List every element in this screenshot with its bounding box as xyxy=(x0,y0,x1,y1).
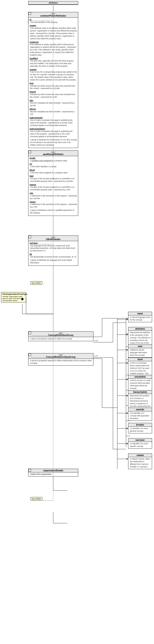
concept-definition-group-box: «grp» ConceptDefinitionGroup A group of … xyxy=(28,331,93,341)
common-power-fields: id The local identifier of the property.… xyxy=(28,18,78,148)
field-qcode: qcode A qualified code assigned as a pro… xyxy=(30,157,77,162)
definition-field-title: definition xyxy=(135,328,145,330)
concept-definition-header: «grp» ConceptDefinitionGroup xyxy=(28,332,93,337)
expand-concept-rel[interactable]: - xyxy=(28,354,31,356)
common-power-attributes-box: «grp» commonPowerAttributes id The local… xyxy=(28,12,78,148)
note-field-header: note xyxy=(128,345,152,348)
related-header: related xyxy=(128,454,152,457)
common-power-attributes-header: «grp» commonPowerAttributes xyxy=(28,12,78,18)
common-power-title: commonPowerAttributes xyxy=(40,14,66,17)
concept-rel-header: «grp» ConceptRelationshipsGroup xyxy=(28,354,93,359)
concept-def-desc: A group of properties required to define… xyxy=(28,337,93,341)
concept-def-title: ConceptDefinitionGroup xyxy=(48,334,74,336)
i18n-fields: xml:lang The language of this element's … xyxy=(28,241,78,266)
concept-rel-desc: A group of properties required to define… xyxy=(28,359,93,366)
narrower-field-box: narrower An identifier of a more specifi… xyxy=(128,438,152,449)
field-pubconstrainturi: pubconstrainturi One or many constraints… xyxy=(30,128,77,138)
i18n-attributes-box: «grp» i18nAttributes xml:lang The langua… xyxy=(28,236,78,266)
field-howuri: howuri Indicates by which means the valu… xyxy=(30,90,77,98)
multiplicity-concept-rel: 0..R xyxy=(94,355,98,357)
i18n-attributes-header: «grp» i18nAttributes xyxy=(28,236,78,241)
any-other-text-bottom: any #other xyxy=(32,498,41,500)
i18n-title: i18nAttributes xyxy=(46,238,60,240)
field-role: role A refinement of the semantics of th… xyxy=(30,192,77,200)
expand-qualifying[interactable]: - xyxy=(28,151,31,153)
concept-def-desc-text: A group of properties required to define… xyxy=(30,338,92,340)
same-as-desc: The identifier of a concept with equival… xyxy=(128,412,152,420)
related-title: related xyxy=(137,454,144,456)
note-field-title: note xyxy=(138,345,142,348)
name-field-header: name xyxy=(128,312,152,316)
field-how: how Indicates by which means the value w… xyxy=(30,82,77,90)
org-details-header: organisationDetails xyxy=(28,469,78,472)
name-field-desc-text: A natural language name for the concept. xyxy=(130,316,151,321)
concept-rel-desc-text: A group of properties required to define… xyxy=(30,360,92,365)
field-xmllang: xml:lang The language of this element's … xyxy=(30,242,77,252)
related-field-box: related A related concept, where the rel… xyxy=(128,454,152,469)
org-details-desc-text: Details of the organisation xyxy=(30,473,77,476)
flex-organisation-prop-type-box: FlexOrganisationPropType Flexible organi… xyxy=(1,292,26,302)
field-desc-end-i18n: A group of attributes for language and s… xyxy=(30,259,77,264)
broader-header: broader xyxy=(128,423,152,427)
definition-field-header: definition xyxy=(128,327,152,331)
same-as-field-box: sameAs The identifier of a concept with … xyxy=(128,408,152,421)
field-creator: creator If the attribute value is not de… xyxy=(30,24,77,40)
qualifying-fields: qcode A qualified code assigned as a pro… xyxy=(28,156,78,216)
common-power-stereotype: «grp» xyxy=(29,13,77,14)
related-desc: A related concept, where the relationshi… xyxy=(128,457,152,469)
name-field-title: name xyxy=(137,312,143,315)
expand-org-details[interactable]: - xyxy=(28,469,31,472)
concept-def-stereotype: «grp» xyxy=(29,332,92,334)
narrower-desc: An identifier of a more specific concept… xyxy=(128,442,152,448)
same-as-desc-text: The identifier of a concept with equival… xyxy=(130,412,151,420)
related-desc-text: A related concept, where the relationshi… xyxy=(130,458,151,468)
note-field-desc: Additional natural language information … xyxy=(128,348,152,357)
flex-org-desc: Flexible organisation data type for both… xyxy=(2,296,25,302)
field-roleuri: roleuri A refinement of the semantics of… xyxy=(30,200,77,208)
title-text: attributes xyxy=(49,2,58,4)
narrower-title: narrower xyxy=(136,439,145,441)
field-custom: custom If set to true the corresponding … xyxy=(30,68,77,81)
broader-title: broader xyxy=(136,424,144,426)
flex-org-title: FlexOrganisationPropType xyxy=(2,293,25,295)
field-literal: literal A free-text value assigned as a … xyxy=(30,169,77,174)
concept-relationships-group-box: «grp» ConceptRelationshipsGroup A group … xyxy=(28,353,93,366)
field-pubconstraint: pubconstraint One or many constraints th… xyxy=(30,116,77,127)
title-box: attributes xyxy=(28,1,78,5)
broader-desc: An identifier of a more general concept. xyxy=(128,427,152,433)
narrower-header: narrower xyxy=(128,438,152,442)
qualifying-attributes-box: «grp» qualifyingAttributes qcode A quali… xyxy=(28,150,78,216)
expand-concept-def[interactable]: - xyxy=(28,332,31,334)
concept-rel-title: ConceptRelationshipsGroup xyxy=(46,356,76,358)
remote-info-title: remoteInfo xyxy=(135,376,146,378)
field-type: type The type of the concept assigned as… xyxy=(30,175,77,182)
field-uri: uri A URI which identifies a concept. xyxy=(30,163,77,168)
field-creatoruri: creatoruri If the attribute is empty, sp… xyxy=(30,41,77,56)
diagram-container: attributes «grp» commonPowerAttributes i… xyxy=(0,0,154,644)
qualifying-stereotype: «grp» xyxy=(29,151,77,153)
qualifying-attributes-header: «grp» qualifyingAttributes xyxy=(28,151,78,156)
any-other-label-i18n: any #other xyxy=(30,281,42,285)
broader-field-box: broader An identifier of a more general … xyxy=(128,423,152,434)
field-whyuri: whyuri Why the metadata has been include… xyxy=(30,108,77,116)
hierarchy-info-title: hierarchyInfo xyxy=(133,391,147,393)
remote-info-desc-text: A link to an item or a web resource whic… xyxy=(130,379,151,390)
facet-field-title: facet xyxy=(138,358,143,360)
remote-info-desc: A link to an item or a web resource whic… xyxy=(128,379,152,390)
concept-rel-stereotype: «grp» xyxy=(29,354,92,356)
note-field-desc-text: Additional natural language information … xyxy=(130,349,151,357)
narrower-desc-text: An identifier of a more specific concept… xyxy=(130,442,151,448)
facet-field-header: facet xyxy=(128,358,152,361)
field-typeuri: typeuri The type of the concept assigned… xyxy=(30,183,77,191)
remote-info-header: remoteInfo xyxy=(128,375,152,379)
qualifying-title: qualifyingAttributes xyxy=(43,153,64,156)
multiplicity-concept-def: 0..R xyxy=(94,340,98,342)
any-other-label-bottom: any #other xyxy=(30,497,42,500)
same-as-title: sameAs xyxy=(136,408,144,411)
expand-i18n[interactable]: - xyxy=(28,236,31,238)
same-as-header: sameAs xyxy=(128,408,152,412)
name-field-desc: A natural language name for the concept. xyxy=(128,316,152,322)
org-details-title: organisationDetails xyxy=(43,469,64,472)
expand-common-power[interactable]: - xyxy=(28,12,31,15)
remote-info-field-box: remoteInfo A link to an item or a web re… xyxy=(128,375,152,391)
